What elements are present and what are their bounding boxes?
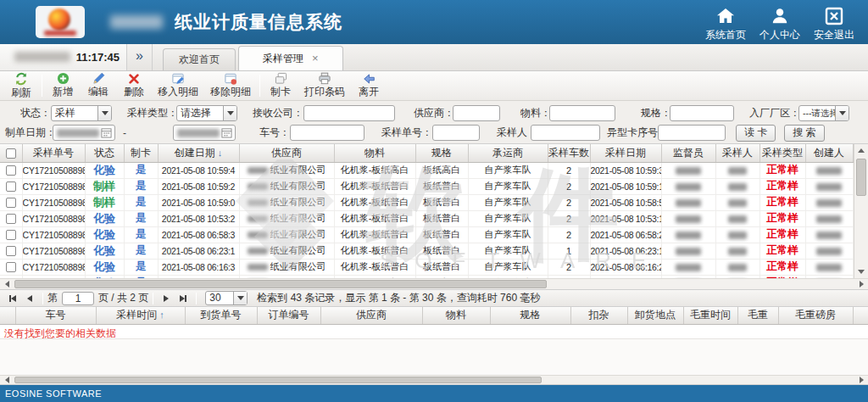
- column-header[interactable]: 监督员: [661, 144, 715, 162]
- column-header[interactable]: 物料: [334, 144, 415, 162]
- sample-type-select[interactable]: 请选择: [176, 105, 237, 121]
- move-in-detail-button[interactable]: 移入明细: [152, 72, 204, 100]
- nav-system-home[interactable]: 系统首页: [698, 4, 753, 42]
- column-header[interactable]: 采样单号: [22, 144, 85, 162]
- scroll-up-icon[interactable]: [854, 144, 868, 157]
- column-header[interactable]: 供应商: [239, 144, 334, 162]
- detail-column-header[interactable]: 毛重: [737, 307, 778, 324]
- cell-sample-type: 正常样: [760, 259, 805, 275]
- supplier-prefix-redacted: [248, 215, 268, 222]
- remove-detail-button[interactable]: 移除明细: [204, 72, 257, 100]
- table-row[interactable]: CY172105088985制样是2021-05-08 10:59:0纸业有限公…: [0, 194, 853, 210]
- column-header[interactable]: 制卡: [124, 144, 158, 162]
- sample-no-input[interactable]: [432, 125, 480, 141]
- scroll-left-icon[interactable]: [0, 279, 14, 289]
- table-row[interactable]: CY172105088986制样是2021-05-08 10:59:2纸业有限公…: [0, 178, 853, 194]
- doc-date-from-input[interactable]: [53, 125, 115, 141]
- detail-horizontal-scrollbar[interactable]: [0, 375, 868, 385]
- detail-column-header[interactable]: 采样时间↑: [96, 307, 185, 324]
- table-row[interactable]: CY172105088983化验是2021-05-08 06:58:3纸业有限公…: [0, 226, 853, 243]
- detail-column-header[interactable]: 车号: [15, 307, 96, 324]
- nav-safe-exit[interactable]: 安全退出: [807, 4, 861, 42]
- spec-input[interactable]: [670, 105, 734, 121]
- page-number-input[interactable]: 1: [62, 292, 94, 305]
- next-page-button[interactable]: [158, 292, 175, 305]
- column-header[interactable]: 采样车数: [548, 144, 590, 162]
- column-header[interactable]: 采样日期: [590, 144, 661, 162]
- detail-column-header[interactable]: 卸货地点: [627, 307, 683, 324]
- vertical-scroll-thumb[interactable]: [856, 159, 866, 196]
- tab-sampling-management[interactable]: 采样管理×: [238, 46, 343, 70]
- select-all-checkbox[interactable]: [6, 148, 16, 159]
- row-checkbox[interactable]: [6, 181, 16, 192]
- delete-button[interactable]: 删除: [116, 72, 152, 100]
- first-page-button[interactable]: [4, 292, 21, 305]
- receive-company-input[interactable]: [303, 105, 395, 121]
- truck-no-input[interactable]: [290, 125, 364, 141]
- row-checkbox[interactable]: [6, 214, 16, 224]
- prev-page-button[interactable]: [21, 292, 38, 305]
- tab-welcome[interactable]: 欢迎首页: [163, 48, 236, 70]
- supplier-input[interactable]: [453, 105, 500, 121]
- table-row[interactable]: CY172105088984化验是2021-05-08 10:53:2纸业有限公…: [0, 210, 853, 226]
- sidebar-expand-button[interactable]: »: [127, 43, 153, 70]
- cell-created-date: 2021-05-08 06:58:3: [158, 226, 239, 243]
- row-checkbox[interactable]: [6, 165, 16, 176]
- last-page-button[interactable]: [175, 292, 192, 305]
- cell-sample-no: CY172105088983: [22, 226, 85, 243]
- cell-material: 化机浆-板纸普白: [334, 210, 415, 226]
- table-row[interactable]: CY172105088981化验是2021-05-08 06:16:3纸业有限公…: [0, 259, 853, 275]
- detail-column-header[interactable]: 规格: [490, 307, 570, 324]
- sampler-input[interactable]: [531, 125, 600, 141]
- horizontal-scroll-thumb[interactable]: [14, 280, 547, 288]
- column-header[interactable]: 创建人: [805, 144, 853, 162]
- detail-column-header[interactable]: 毛重时间: [683, 307, 737, 324]
- add-button[interactable]: 新增: [45, 72, 81, 100]
- detail-column-header[interactable]: 物料: [422, 307, 490, 324]
- column-header[interactable]: 承运商: [468, 144, 548, 162]
- search-button[interactable]: 搜 索: [784, 125, 824, 142]
- detail-column-header[interactable]: 单位: [853, 307, 868, 324]
- scroll-right-icon[interactable]: [854, 376, 868, 384]
- calendar-icon[interactable]: [101, 127, 112, 141]
- refresh-button[interactable]: 刷新: [3, 72, 39, 100]
- column-header[interactable]: 创建日期↓: [158, 144, 239, 162]
- row-checkbox[interactable]: [6, 262, 16, 272]
- detail-column-header[interactable]: 到货单号: [185, 307, 257, 324]
- detail-column-header[interactable]: 扣杂: [570, 307, 627, 324]
- card-serial-input[interactable]: [658, 125, 726, 141]
- doc-date-to-input[interactable]: [173, 125, 236, 141]
- table-row[interactable]: CY172105088987化验是2021-05-08 10:59:4纸业有限公…: [0, 162, 853, 178]
- cell-sample-type: 正常样: [760, 226, 805, 243]
- close-tab-icon[interactable]: ×: [312, 52, 319, 64]
- detail-column-header[interactable]: 订单编号: [257, 307, 320, 324]
- factory-area-select[interactable]: ---请选择--: [798, 105, 849, 121]
- print-barcode-button[interactable]: 打印条码: [298, 72, 351, 100]
- calendar-icon[interactable]: [221, 127, 232, 141]
- row-checkbox[interactable]: [6, 198, 16, 208]
- nav-personal-center[interactable]: 个人中心: [753, 4, 807, 42]
- scroll-down-icon[interactable]: [854, 265, 868, 278]
- detail-column-header[interactable]: 毛重磅房: [778, 307, 853, 324]
- column-header[interactable]: 采样人: [715, 144, 760, 162]
- column-header[interactable]: 采样类型: [760, 144, 805, 162]
- read-card-button[interactable]: 读 卡: [736, 125, 776, 142]
- edit-button[interactable]: 编辑: [81, 72, 116, 100]
- table-row[interactable]: CY172105088982化验是2021-05-08 06:23:1纸业有限公…: [0, 243, 853, 259]
- detail-column-header[interactable]: 供应商: [320, 307, 422, 324]
- leave-button[interactable]: 离开: [351, 72, 387, 100]
- row-checkbox[interactable]: [6, 246, 16, 256]
- page-size-select[interactable]: 30: [205, 291, 248, 305]
- status-select[interactable]: 采样: [51, 105, 112, 121]
- scroll-right-icon[interactable]: [854, 279, 868, 289]
- row-checkbox[interactable]: [6, 230, 16, 240]
- cell-status: 制样: [85, 194, 124, 210]
- material-input[interactable]: [549, 105, 615, 121]
- column-header[interactable]: 状态: [85, 144, 124, 162]
- horizontal-scroll-thumb[interactable]: [14, 377, 542, 383]
- make-card-button[interactable]: 制卡: [263, 72, 298, 100]
- vertical-scrollbar[interactable]: [854, 144, 868, 278]
- horizontal-scrollbar[interactable]: [0, 278, 868, 290]
- column-header[interactable]: 规格: [415, 144, 468, 162]
- scroll-left-icon[interactable]: [0, 376, 14, 384]
